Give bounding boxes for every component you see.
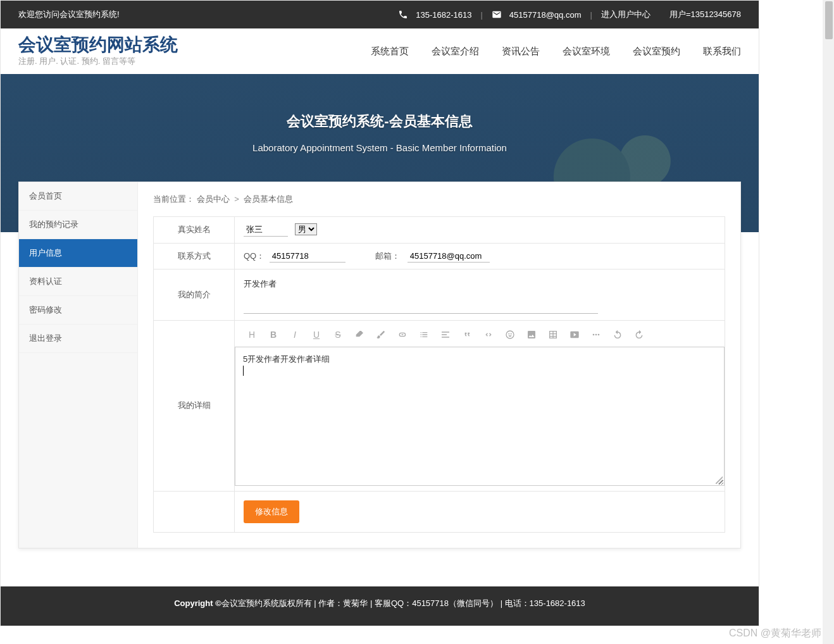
toolbar-table-icon[interactable] xyxy=(547,329,559,340)
editor-toolbar: H B I U S xyxy=(235,325,725,347)
submit-button[interactable]: 修改信息 xyxy=(244,500,299,523)
sidebar-item-password[interactable]: 密码修改 xyxy=(19,296,137,325)
toolbar-redo-icon[interactable] xyxy=(633,329,645,340)
nav-env[interactable]: 会议室环境 xyxy=(563,46,610,58)
submit-row-label xyxy=(154,491,235,532)
contact-label: 联系方式 xyxy=(154,243,235,269)
toolbar-code-icon[interactable] xyxy=(483,329,494,340)
qq-label: QQ： xyxy=(244,251,265,261)
phone-icon xyxy=(398,9,408,20)
brand-subtitle: 注册. 用户. 认证. 预约. 留言等等 xyxy=(18,56,178,67)
breadcrumb-part-2: 会员基本信息 xyxy=(244,194,293,204)
topbar: 欢迎您访问会议室预约系统! 135-1682-1613 | 45157718@q… xyxy=(1,1,759,28)
separator: | xyxy=(590,10,592,20)
profile-form: 真实姓名 男 女 联系方式 QQ： xyxy=(153,216,725,533)
topbar-user-label: 用户=13512345678 xyxy=(669,9,741,20)
text-cursor xyxy=(243,366,244,376)
footer-text: Copyright ©会议室预约系统版权所有 | 作者：黄菊华 | 客服QQ：4… xyxy=(174,598,585,608)
toolbar-link-icon[interactable] xyxy=(397,329,408,340)
separator: | xyxy=(480,10,482,20)
breadcrumb: 当前位置： 会员中心 > 会员基本信息 xyxy=(153,194,725,205)
vertical-scrollbar[interactable] xyxy=(823,0,834,626)
toolbar-italic-icon[interactable]: I xyxy=(289,329,301,340)
nav-home[interactable]: 系统首页 xyxy=(371,46,409,58)
topbar-email[interactable]: 45157718@qq.com xyxy=(509,10,582,20)
toolbar-undo-icon[interactable] xyxy=(612,329,623,340)
enter-user-center-link[interactable]: 进入用户中心 xyxy=(601,9,650,20)
toolbar-bold-icon[interactable]: B xyxy=(268,329,279,340)
toolbar-eraser-icon[interactable] xyxy=(354,329,365,340)
mail-icon xyxy=(492,9,502,20)
sidebar-item-home[interactable]: 会员首页 xyxy=(19,182,137,211)
breadcrumb-prefix: 当前位置： xyxy=(153,194,194,204)
toolbar-brush-icon[interactable] xyxy=(375,329,387,340)
toolbar-heading-icon[interactable]: H xyxy=(246,329,258,340)
editor-content: 5开发作者开发作者详细 xyxy=(243,354,716,365)
rich-editor: H B I U S xyxy=(235,325,725,486)
nav-contact[interactable]: 联系我们 xyxy=(703,46,741,58)
intro-label: 我的简介 xyxy=(154,269,235,320)
toolbar-more-icon[interactable] xyxy=(590,329,602,340)
brand-title: 会议室预约网站系统 xyxy=(18,35,178,55)
hero-title: 会议室预约系统-会员基本信息 xyxy=(1,112,759,131)
toolbar-underline-icon[interactable]: U xyxy=(311,329,322,340)
toolbar-strike-icon[interactable]: S xyxy=(332,329,344,340)
intro-text: 开发作者 xyxy=(244,276,716,301)
topbar-phone[interactable]: 135-1682-1613 xyxy=(416,10,471,20)
detail-label: 我的详细 xyxy=(154,320,235,491)
toolbar-image-icon[interactable] xyxy=(526,329,537,340)
intro-input[interactable] xyxy=(244,301,598,314)
breadcrumb-part-1: 会员中心 xyxy=(197,194,230,204)
hero-subtitle: Laboratory Appointment System - Basic Me… xyxy=(1,142,759,153)
breadcrumb-sep: > xyxy=(234,194,239,204)
realname-label: 真实姓名 xyxy=(154,217,235,244)
topbar-welcome: 欢迎您访问会议室预约系统! xyxy=(18,9,120,20)
toolbar-list-icon[interactable] xyxy=(418,329,430,340)
toolbar-video-icon[interactable] xyxy=(569,329,580,340)
sidebar-item-userinfo[interactable]: 用户信息 xyxy=(19,239,137,268)
sidebar-item-logout[interactable]: 退出登录 xyxy=(19,325,137,353)
footer: Copyright ©会议室预约系统版权所有 | 作者：黄菊华 | 客服QQ：4… xyxy=(1,586,759,626)
realname-input[interactable] xyxy=(244,224,288,237)
sidebar-item-reservations[interactable]: 我的预约记录 xyxy=(19,211,137,239)
main-nav: 系统首页 会议室介绍 资讯公告 会议室环境 会议室预约 联系我们 xyxy=(371,46,741,58)
editor-textarea[interactable]: 5开发作者开发作者详细 xyxy=(235,347,725,486)
sidebar-item-auth[interactable]: 资料认证 xyxy=(19,268,137,296)
header: 会议室预约网站系统 注册. 用户. 认证. 预约. 留言等等 系统首页 会议室介… xyxy=(1,28,759,74)
sidebar: 会员首页 我的预约记录 用户信息 资料认证 密码修改 退出登录 xyxy=(19,182,138,548)
nav-reserve[interactable]: 会议室预约 xyxy=(633,46,680,58)
gender-select[interactable]: 男 女 xyxy=(295,223,317,235)
email-label: 邮箱： xyxy=(375,251,400,261)
main-card: 会员首页 我的预约记录 用户信息 资料认证 密码修改 退出登录 当前位置： 会员… xyxy=(18,182,741,548)
toolbar-align-icon[interactable] xyxy=(440,329,451,340)
toolbar-emoji-icon[interactable] xyxy=(504,329,516,340)
scrollbar-thumb[interactable] xyxy=(825,1,833,39)
toolbar-quote-icon[interactable] xyxy=(461,329,473,340)
qq-input[interactable] xyxy=(270,250,345,263)
nav-news[interactable]: 资讯公告 xyxy=(502,46,540,58)
nav-rooms[interactable]: 会议室介绍 xyxy=(432,46,479,58)
email-input[interactable] xyxy=(408,250,490,263)
